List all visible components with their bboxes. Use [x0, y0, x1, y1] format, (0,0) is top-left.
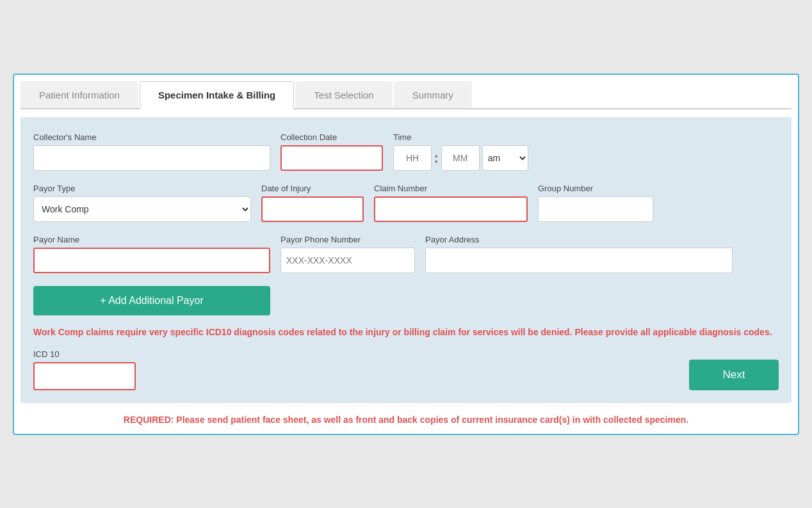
tab-bar: Patient Information Specimen Intake & Bi…	[20, 81, 792, 109]
group-number-label: Group Number	[538, 184, 653, 193]
icd-next-row: ICD 10 Next	[33, 349, 779, 390]
payor-type-label: Payor Type	[33, 184, 251, 193]
claim-number-group: Claim Number	[374, 184, 528, 222]
payor-phone-label: Payor Phone Number	[280, 235, 415, 244]
time-colon: :	[434, 151, 439, 166]
tab-specimen-intake-billing[interactable]: Specimen Intake & Billing	[140, 81, 294, 109]
payor-address-label: Payor Address	[425, 235, 733, 244]
date-of-injury-group: Date of Injury	[261, 184, 364, 222]
collection-date-input[interactable]	[280, 145, 383, 171]
payor-phone-input[interactable]	[280, 248, 415, 273]
payor-phone-group: Payor Phone Number	[280, 235, 415, 273]
icd10-input[interactable]	[33, 362, 136, 390]
payor-name-label: Payor Name	[33, 235, 270, 244]
time-ampm-select[interactable]: am pm	[482, 145, 528, 171]
group-number-group: Group Number	[538, 184, 653, 222]
icd10-group: ICD 10	[33, 349, 136, 390]
row-payor-type: Payor Type Work Comp Insurance Self Pay …	[33, 184, 779, 222]
tab-test-selection[interactable]: Test Selection	[295, 81, 392, 108]
payor-type-group: Payor Type Work Comp Insurance Self Pay …	[33, 184, 251, 222]
group-number-input[interactable]	[538, 196, 653, 222]
collection-date-group: Collection Date	[280, 132, 383, 171]
payor-address-input[interactable]	[425, 248, 733, 273]
payor-address-group: Payor Address	[425, 235, 733, 273]
work-comp-warning: Work Comp claims require very specific I…	[33, 326, 779, 339]
main-container: Patient Information Specimen Intake & Bi…	[13, 74, 799, 435]
row-collector: Collector's Name Collection Date Time :	[33, 132, 779, 171]
payor-name-input[interactable]	[33, 248, 270, 273]
icd10-label: ICD 10	[33, 349, 136, 359]
claim-number-label: Claim Number	[374, 184, 528, 193]
form-panel: Collector's Name Collection Date Time :	[20, 117, 792, 403]
row-payor-details: Payor Name Payor Phone Number Payor Addr…	[33, 235, 779, 273]
payor-type-select[interactable]: Work Comp Insurance Self Pay Medicare Me…	[33, 196, 251, 222]
time-mm-group	[441, 145, 480, 171]
time-group-outer: Time : am pm	[393, 132, 528, 171]
date-of-injury-label: Date of Injury	[261, 184, 364, 193]
claim-number-input[interactable]	[374, 196, 528, 222]
next-button[interactable]: Next	[689, 360, 779, 390]
time-ampm-group: am pm	[482, 145, 528, 171]
payor-name-group: Payor Name	[33, 235, 270, 273]
tab-patient-information[interactable]: Patient Information	[20, 81, 138, 108]
required-footer-text: REQUIRED: Please send patient face sheet…	[20, 411, 792, 427]
time-fields: : am pm	[393, 145, 528, 171]
tab-summary[interactable]: Summary	[394, 81, 472, 108]
date-of-injury-input[interactable]	[261, 196, 364, 222]
time-label: Time	[393, 132, 528, 142]
collectors-name-label: Collector's Name	[33, 132, 270, 142]
add-additional-payor-button[interactable]: + Add Additional Payor	[33, 286, 270, 315]
time-mm-input[interactable]	[441, 145, 480, 171]
collectors-name-group: Collector's Name	[33, 132, 270, 171]
time-hh-input[interactable]	[393, 145, 432, 171]
time-hh-group	[393, 145, 432, 171]
collectors-name-input[interactable]	[33, 145, 270, 171]
collection-date-label: Collection Date	[280, 132, 383, 142]
